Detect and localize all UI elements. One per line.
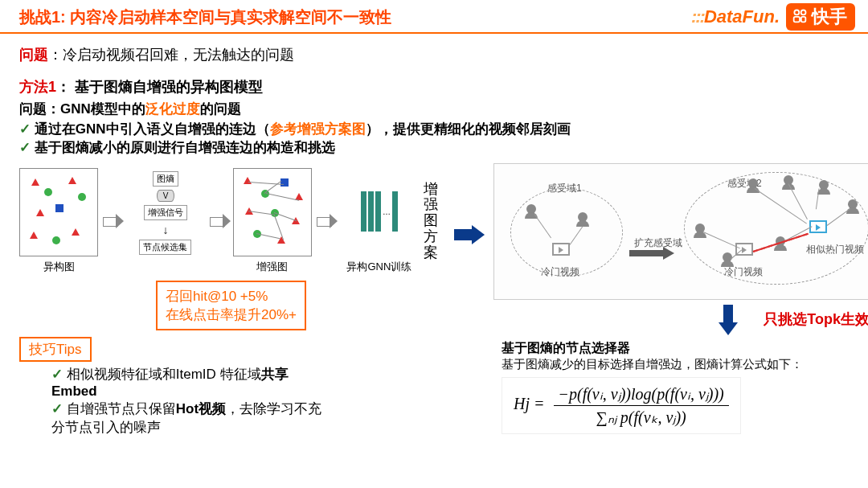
cylinder-icon: V [157, 190, 174, 202]
arrow-icon [103, 214, 121, 228]
kuaishou-logo: 快手 [786, 3, 855, 31]
heterograph-panel [19, 168, 98, 256]
kuaishou-icon [791, 7, 809, 27]
problem-line: 问题：冷启动视频召回难，无法触达的问题 [19, 45, 849, 64]
svg-point-0 [794, 10, 799, 14]
arrow-icon [210, 214, 228, 228]
augmented-graph-panel [233, 168, 312, 256]
augment-scheme-label: 增强 图方 案 [424, 182, 449, 261]
svg-point-1 [801, 10, 806, 14]
metrics-box: 召回hit@10 +5% 在线点击率提升20%+ [156, 281, 306, 330]
big-arrow-icon [454, 225, 482, 244]
entropy-formula: Hj = −p(f(vᵢ, vⱼ))log(p(f(vᵢ, vⱼ))) ∑ₙⱼ … [502, 377, 741, 434]
down-arrow-icon [719, 305, 738, 337]
slide-header: 挑战1: 内容冷启动样本空间与真实求解空间不一致性 :::DataFun. 快手 [0, 0, 868, 34]
method-heading: 方法1： 基于图熵自增强的异构图模型 [19, 77, 849, 96]
datafun-logo: :::DataFun. [691, 6, 780, 27]
svg-rect-3 [801, 16, 806, 21]
method-points: 通过在GNN中引入语义自增强的连边（参考增强方案图），提供更精细化的视频邻居刻画… [19, 120, 849, 157]
pipeline-diagram: 异构图 图熵 V 增强信号 ↓ 节点候选集 [19, 168, 482, 274]
arrow-icon [317, 214, 335, 228]
header-logos: :::DataFun. 快手 [691, 3, 855, 31]
entropy-panel: 图熵 V 增强信号 ↓ 节点候选集 [126, 170, 205, 258]
slide-title: 挑战1: 内容冷启动样本空间与真实求解空间不一致性 [19, 6, 391, 28]
tips-label: 技巧Tips [19, 337, 92, 362]
receptive-field-diagram: 感受域1 感受域2 冷门视频 扩充感受域 冷门视频 [493, 163, 868, 300]
entropy-selector-block: 基于图熵的节点选择器 基于图熵减少的目标选择自增强边，图熵计算公式如下： Hj … [502, 340, 868, 434]
gnn-training-panel: … [340, 168, 419, 256]
svg-rect-2 [794, 16, 800, 21]
tips-list: 相似视频特征域和ItemID 特征域共享Embed 自增强节点只保留Hot视频，… [51, 365, 325, 437]
topk-note: 只挑选Topk生效 [764, 310, 868, 329]
subproblem-line: 问题：GNN模型中的泛化过度的问题 [19, 100, 849, 118]
